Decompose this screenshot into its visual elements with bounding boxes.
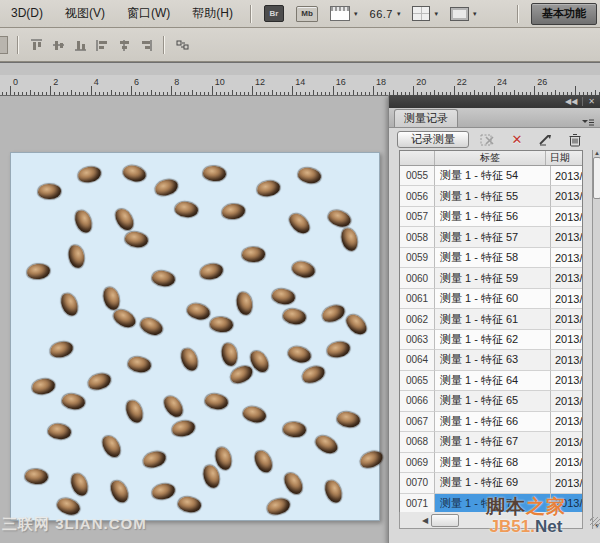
delete-measurements-icon[interactable]	[565, 131, 585, 149]
cell-label[interactable]: 测量 1 - 特征 64	[435, 371, 551, 391]
cell-date[interactable]: 2013/8	[551, 350, 582, 370]
cell-date[interactable]: 2013/8	[551, 186, 582, 206]
menu-item-3d[interactable]: 3D(D)	[0, 0, 54, 27]
document-canvas[interactable]	[10, 152, 380, 521]
cell-date[interactable]: 2013/8	[551, 371, 582, 391]
horizontal-scrollbar-thumb[interactable]	[431, 514, 459, 527]
cell-label[interactable]: 测量 1 - 特征 59	[435, 268, 551, 288]
workspace-switcher-button[interactable]: 基本功能	[531, 3, 597, 25]
cell-label[interactable]: 测量 1 - 特征 62	[435, 330, 551, 350]
table-row[interactable]: 0067测量 1 - 特征 662013/8	[400, 412, 582, 432]
menu-item-window[interactable]: 窗口(W)	[116, 0, 181, 27]
table-row[interactable]: 0056测量 1 - 特征 552013/8	[400, 186, 582, 206]
table-row[interactable]: 0066测量 1 - 特征 652013/8	[400, 391, 582, 411]
cell-label[interactable]: 测量 1 - 特征 69	[435, 473, 551, 493]
cell-label[interactable]: 测量 1 - 特征 54	[435, 166, 551, 186]
cell-date[interactable]: 2013/8	[551, 227, 582, 247]
table-row[interactable]: 0060测量 1 - 特征 592013/8	[400, 268, 582, 288]
cell-label[interactable]: 测量 1 - 特征 56	[435, 207, 551, 227]
table-row[interactable]: 0062测量 1 - 特征 612013/8	[400, 309, 582, 329]
cell-date[interactable]: 2013/8	[551, 309, 582, 329]
tab-measurement-log[interactable]: 测量记录	[394, 109, 458, 127]
cell-label[interactable]: 测量 1 - 特征 66	[435, 412, 551, 432]
table-row[interactable]: 0068测量 1 - 特征 672013/8	[400, 432, 582, 452]
table-row[interactable]: 0059测量 1 - 特征 582013/8	[400, 248, 582, 268]
launch-mini-bridge-button[interactable]: Mb	[296, 4, 318, 24]
align-right-edges-button[interactable]	[135, 34, 157, 56]
screen-mode-dropdown[interactable]: ▾	[450, 4, 477, 24]
table-row[interactable]: 0061测量 1 - 特征 602013/8	[400, 289, 582, 309]
cell-label[interactable]: 测量 1 - 特征 58	[435, 248, 551, 268]
table-row[interactable]: 0065测量 1 - 特征 642013/8	[400, 371, 582, 391]
panel-resize-grip[interactable]	[590, 517, 600, 527]
cell-label[interactable]: 测量 1 - 特征 63	[435, 350, 551, 370]
cell-idx[interactable]: 0067	[400, 412, 435, 432]
cell-idx[interactable]: 0061	[400, 289, 435, 309]
cell-label[interactable]: 测量 1 - 特征 67	[435, 432, 551, 452]
vertical-scrollbar-thumb[interactable]	[593, 157, 600, 199]
zoom-level-dropdown[interactable]: 66.7 ▾	[370, 4, 401, 24]
vertical-scrollbar[interactable]: ▲ ▼	[592, 150, 600, 529]
table-row[interactable]: 0069测量 1 - 特征 682013/8	[400, 453, 582, 473]
cell-idx[interactable]: 0059	[400, 248, 435, 268]
launch-bridge-button[interactable]: Br	[264, 4, 284, 24]
align-top-edges-button[interactable]	[25, 34, 47, 56]
cell-idx[interactable]: 0060	[400, 268, 435, 288]
cell-idx[interactable]: 0066	[400, 391, 435, 411]
table-row[interactable]: 0064测量 1 - 特征 632013/8	[400, 350, 582, 370]
cell-idx[interactable]: 0055	[400, 166, 435, 186]
panel-menu-icon[interactable]	[581, 113, 595, 131]
cell-date[interactable]: 2013/8	[551, 268, 582, 288]
table-row[interactable]: 0063测量 1 - 特征 622013/8	[400, 330, 582, 350]
cell-date[interactable]: 2013/8	[551, 207, 582, 227]
cell-date[interactable]: 2013/8	[551, 391, 582, 411]
distribute-button[interactable]	[171, 34, 193, 56]
horizontal-scrollbar[interactable]: ◀	[399, 512, 583, 529]
cell-label[interactable]: 测量 1 - 特征 65	[435, 391, 551, 411]
select-all-measurements-icon[interactable]	[478, 131, 498, 149]
cell-label[interactable]: 测量 1 - 特征 61	[435, 309, 551, 329]
cell-idx[interactable]: 0064	[400, 350, 435, 370]
table-row[interactable]: 0071测量 1 - 特征 702013/8	[400, 494, 582, 514]
arrange-documents-dropdown[interactable]: ▾	[412, 4, 438, 24]
cell-label[interactable]: 测量 1 - 特征 70	[435, 494, 551, 514]
view-extras-dropdown[interactable]: ▾	[330, 4, 358, 24]
cell-date[interactable]: 2013/8	[551, 166, 582, 186]
cell-idx[interactable]: 0063	[400, 330, 435, 350]
cell-idx[interactable]: 0056	[400, 186, 435, 206]
align-bottom-edges-button[interactable]	[69, 34, 91, 56]
cell-date[interactable]: 2013/8	[551, 248, 582, 268]
table-row[interactable]: 0055测量 1 - 特征 542013/8	[400, 166, 582, 186]
cell-idx[interactable]: 0062	[400, 309, 435, 329]
menu-item-help[interactable]: 帮助(H)	[181, 0, 244, 27]
cell-idx[interactable]: 0065	[400, 371, 435, 391]
column-header-label[interactable]: 标签	[435, 151, 546, 165]
cell-date[interactable]: 2013/8	[551, 494, 582, 514]
align-vertical-centers-button[interactable]	[47, 34, 69, 56]
collapse-to-icons-icon[interactable]: ◀◀	[565, 97, 577, 106]
table-row[interactable]: 0070测量 1 - 特征 692013/8	[400, 473, 582, 493]
cell-idx[interactable]: 0069	[400, 453, 435, 473]
table-row[interactable]: 0057测量 1 - 特征 562013/8	[400, 207, 582, 227]
cell-date[interactable]: 2013/8	[551, 330, 582, 350]
scroll-up-arrow-icon[interactable]: ▲	[594, 150, 600, 156]
cell-label[interactable]: 测量 1 - 特征 57	[435, 227, 551, 247]
cell-idx[interactable]: 0071	[400, 494, 435, 514]
table-row[interactable]: 0058测量 1 - 特征 572013/8	[400, 227, 582, 247]
record-measurements-button[interactable]: 记录测量	[397, 131, 469, 148]
cell-label[interactable]: 测量 1 - 特征 68	[435, 453, 551, 473]
cell-idx[interactable]: 0068	[400, 432, 435, 452]
cell-idx[interactable]: 0058	[400, 227, 435, 247]
menu-item-view[interactable]: 视图(V)	[54, 0, 116, 27]
cell-idx[interactable]: 0070	[400, 473, 435, 493]
close-icon[interactable]: ✕	[588, 97, 595, 106]
cell-date[interactable]: 2013/8	[551, 432, 582, 452]
column-header-date[interactable]: 日期	[546, 151, 582, 165]
cell-date[interactable]: 2013/8	[551, 289, 582, 309]
cell-label[interactable]: 测量 1 - 特征 55	[435, 186, 551, 206]
cell-idx[interactable]: 0057	[400, 207, 435, 227]
cell-date[interactable]: 2013/8	[551, 453, 582, 473]
align-left-edges-button[interactable]	[91, 34, 113, 56]
horizontal-ruler[interactable]: 02468101214161820222426	[0, 75, 600, 96]
scroll-left-arrow-icon[interactable]: ◀	[422, 516, 428, 525]
